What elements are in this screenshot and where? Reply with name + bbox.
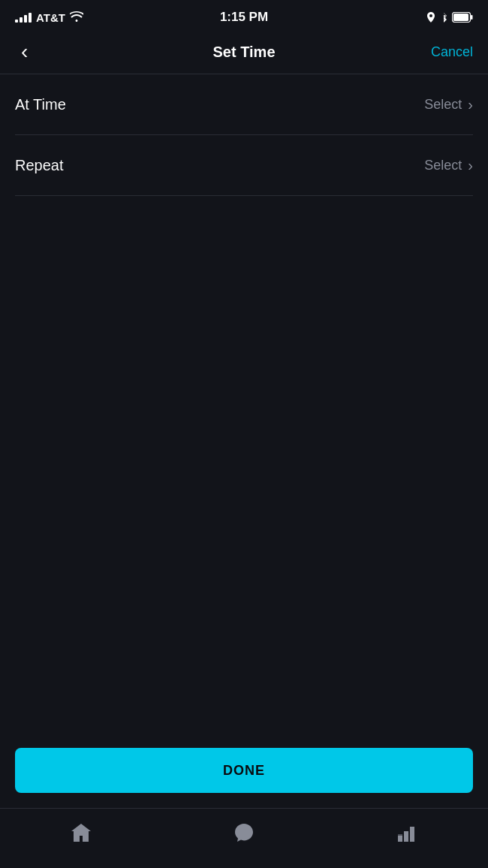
location-icon	[426, 12, 435, 23]
carrier-signal: AT&T	[15, 11, 83, 24]
tab-activity[interactable]	[325, 809, 488, 860]
at-time-right: Select ›	[424, 96, 473, 113]
signal-icon	[15, 12, 32, 23]
bluetooth-icon	[440, 12, 447, 23]
svg-rect-5	[410, 827, 414, 842]
done-container: DONE	[0, 736, 488, 808]
wifi-icon	[70, 11, 83, 24]
status-icons	[426, 12, 473, 23]
carrier-label: AT&T	[36, 11, 65, 24]
page-title: Set Time	[213, 44, 276, 61]
repeat-row[interactable]: Repeat Select ›	[0, 135, 488, 195]
at-time-label: At Time	[15, 96, 66, 113]
at-time-select: Select	[424, 97, 462, 113]
repeat-label: Repeat	[15, 157, 64, 174]
at-time-chevron-icon: ›	[468, 96, 473, 113]
repeat-chevron-icon: ›	[468, 157, 473, 174]
repeat-right: Select ›	[424, 157, 473, 174]
battery-icon	[452, 12, 473, 23]
svg-rect-1	[453, 14, 468, 21]
at-time-row[interactable]: At Time Select ›	[0, 74, 488, 134]
tab-bar	[0, 808, 488, 868]
svg-rect-6	[398, 834, 402, 836]
cancel-button[interactable]: Cancel	[431, 44, 473, 60]
done-button[interactable]: DONE	[15, 748, 473, 793]
activity-icon	[396, 822, 417, 847]
content-spacer	[0, 196, 488, 736]
repeat-select: Select	[424, 158, 462, 173]
svg-rect-2	[471, 15, 473, 20]
svg-rect-4	[404, 831, 408, 842]
home-icon	[70, 822, 92, 847]
content-area: At Time Select › Repeat Select › DONE	[0, 74, 488, 808]
back-button[interactable]: ‹	[15, 40, 34, 64]
tab-chat[interactable]	[163, 809, 326, 860]
status-bar: AT&T 1:15 PM	[0, 0, 488, 33]
tab-home[interactable]	[0, 809, 163, 860]
chat-icon	[233, 822, 255, 847]
nav-bar: ‹ Set Time Cancel	[0, 33, 488, 74]
svg-rect-3	[398, 836, 402, 842]
status-time: 1:15 PM	[220, 10, 268, 25]
